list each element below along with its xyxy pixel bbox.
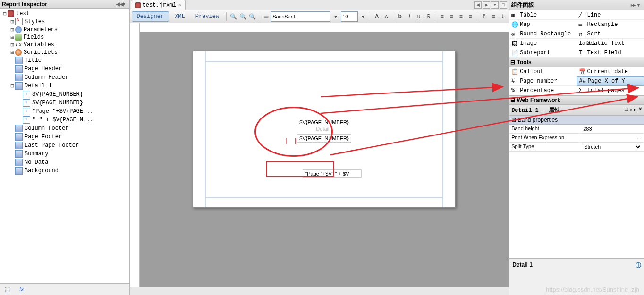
valign-top-icon[interactable]: ⤒ — [480, 12, 488, 21]
tab-nav-next[interactable]: ▶ — [483, 1, 490, 9]
font-dropdown-icon[interactable]: ▾ — [331, 12, 340, 21]
palette-item[interactable]: ╱Line — [577, 10, 644, 20]
zoom-fit-icon[interactable]: 🔍 — [229, 12, 237, 21]
palette-item[interactable]: 📄Subreport — [509, 48, 576, 58]
align-center-icon[interactable]: ≡ — [447, 12, 456, 21]
footer-icon-2[interactable]: fx — [19, 286, 24, 293]
tab-nav-prev[interactable]: ◀ — [474, 1, 482, 9]
palette-panel: 组件面板 ▸▸▾ ▦Table╱Line🌐Map▭Rectangle◎Round… — [509, 0, 644, 105]
font-inc-icon[interactable]: A — [373, 12, 381, 21]
canvas-scroll[interactable]: Detail 1 $V{PAGE_NUMBER} $V{PAGE_NUMBER}… — [140, 23, 509, 287]
prop-value[interactable]: Stretch — [580, 143, 644, 152]
field-page-number-2[interactable]: $V{PAGE_NUMBER} — [297, 134, 351, 143]
align-left-icon[interactable]: ≡ — [438, 12, 446, 21]
props-desc: Detail 1 ⓘ — [509, 258, 644, 295]
h-ruler — [140, 23, 509, 32]
tree-node[interactable]: ⊟Detail 1 — [0, 82, 129, 90]
tool-icon[interactable]: ▭ — [262, 12, 270, 21]
palette-item[interactable]: 📋Callout — [509, 67, 576, 76]
valign-bot-icon[interactable]: ⤓ — [499, 12, 507, 21]
designer-toolbar: Designer XML Preview 🔍 🔍 🔍 ▭ ▾ ▾ A A b i… — [130, 10, 509, 23]
palette-category-web[interactable]: ⊟ Web Framework — [509, 95, 644, 105]
mode-preview[interactable]: Preview — [191, 12, 224, 21]
tree-node[interactable]: ⊞Parameters — [0, 26, 129, 34]
strike-icon[interactable]: S — [424, 12, 432, 21]
mode-designer[interactable]: Designer — [132, 11, 169, 22]
inspector-header: Report Inspector ◀◀▾ — [0, 0, 129, 9]
palette-item[interactable]: 🖼Image — [509, 39, 576, 48]
props-category[interactable]: ⊟ Band properties — [509, 116, 644, 125]
palette-min-icon[interactable]: ▸▸ — [631, 3, 636, 8]
tree-node[interactable]: Column Header — [0, 73, 129, 82]
prop-key: Split Type — [509, 143, 580, 152]
report-page[interactable]: Detail 1 $V{PAGE_NUMBER} $V{PAGE_NUMBER}… — [193, 51, 456, 208]
tree-node[interactable]: ⊞Styles — [0, 17, 129, 26]
palette-item[interactable]: 🌐Map — [509, 20, 576, 29]
props-min-icon[interactable]: ▸▸ — [630, 106, 636, 114]
props-help-icon[interactable]: ⓘ — [636, 261, 641, 270]
v-ruler — [130, 23, 140, 287]
props-close-icon[interactable]: × — [639, 106, 642, 114]
band-label: Detail 1 — [316, 126, 333, 132]
tree-node[interactable]: Last Page Footer — [0, 141, 129, 150]
tree-node[interactable]: Page Footer — [0, 133, 129, 141]
palette-item[interactable]: ◎Round Rectangle — [509, 29, 576, 39]
tree-node[interactable]: ⊞fxVariables — [0, 41, 129, 49]
tree-node[interactable]: Column Footer — [0, 124, 129, 133]
field-page-x-of-y[interactable]: "Page "+$V" " + $V — [303, 169, 362, 178]
footer-icon-1[interactable]: ⬚ — [5, 286, 10, 293]
status-bar — [130, 287, 509, 295]
palette-item[interactable]: ΣTotal pages — [577, 86, 644, 95]
tree-node[interactable]: Page Header — [0, 65, 129, 73]
palette-item[interactable]: ▭Rectangle — [577, 20, 644, 29]
font-family-input[interactable] — [271, 11, 330, 22]
palette-item[interactable]: 📅Current date — [577, 67, 644, 76]
props-title: Detail 1 - 属性 — [511, 106, 560, 114]
tree-node[interactable]: ⊞Scriptlets — [0, 49, 129, 56]
tree-node[interactable]: T$V{PAGE_NUMBER} — [0, 99, 129, 107]
palette-item[interactable]: %Percentage — [509, 86, 576, 95]
tab-close-icon[interactable]: × — [178, 2, 182, 8]
palette-item[interactable]: labelStatic Text — [577, 39, 644, 48]
props-header: Detail 1 - 属性 □▸▸× — [509, 105, 644, 116]
palette-item[interactable]: #Page number — [509, 76, 576, 86]
field-page-number-1[interactable]: $V{PAGE_NUMBER} — [297, 118, 351, 126]
palette-drop-icon[interactable]: ▾ — [637, 3, 642, 8]
prop-value[interactable] — [580, 125, 644, 134]
props-pin-icon[interactable]: □ — [625, 106, 628, 114]
tab-nav-list[interactable]: ▾ — [491, 1, 499, 9]
tree-node[interactable]: Summary — [0, 150, 129, 158]
mode-xml[interactable]: XML — [170, 12, 190, 21]
palette-category-tools[interactable]: ⊟ Tools — [509, 58, 644, 67]
zoom-out-icon[interactable]: 🔍 — [248, 12, 256, 21]
tab-file[interactable]: test.jrxml × — [131, 0, 186, 10]
font-size-input[interactable] — [341, 11, 358, 22]
inspector-title: Report Inspector — [2, 1, 47, 8]
tree-node[interactable]: Title — [0, 56, 129, 65]
report-tree[interactable]: ⊟test⊞Styles⊞Parameters⊞Fields⊞fxVariabl… — [0, 9, 129, 283]
align-right-icon[interactable]: ≡ — [457, 12, 465, 21]
italic-icon[interactable]: i — [405, 12, 414, 21]
close-icon[interactable]: ▾ — [123, 2, 127, 7]
tree-node[interactable]: ⊞Fields — [0, 34, 129, 41]
prop-value[interactable]: … — [580, 134, 644, 143]
zoom-in-icon[interactable]: 🔍 — [238, 12, 247, 21]
minimize-icon[interactable]: ◀◀ — [116, 2, 121, 7]
valign-mid-icon[interactable]: ≡ — [489, 12, 498, 21]
palette-item[interactable]: ##Page X of Y — [577, 76, 644, 86]
tree-node[interactable]: T" " + $V{PAGE_N... — [0, 116, 129, 124]
tree-node[interactable]: T"Page "+$V{PAGE... — [0, 107, 129, 116]
underline-icon[interactable]: u — [415, 12, 423, 21]
palette-item[interactable]: ▦Table — [509, 10, 576, 20]
tab-nav-max[interactable]: □ — [500, 1, 507, 9]
palette-item[interactable]: ⇵Sort — [577, 29, 644, 39]
size-dropdown-icon[interactable]: ▾ — [359, 12, 367, 21]
align-justify-icon[interactable]: ≡ — [466, 12, 475, 21]
tree-node[interactable]: Background — [0, 167, 129, 175]
font-dec-icon[interactable]: A — [382, 12, 390, 21]
tree-node[interactable]: T$V{PAGE_NUMBER} — [0, 90, 129, 99]
tree-node[interactable]: No Data — [0, 158, 129, 167]
props-desc-title: Detail 1 — [512, 261, 533, 268]
bold-icon[interactable]: b — [396, 12, 404, 21]
palette-item[interactable]: TText Field — [577, 48, 644, 58]
